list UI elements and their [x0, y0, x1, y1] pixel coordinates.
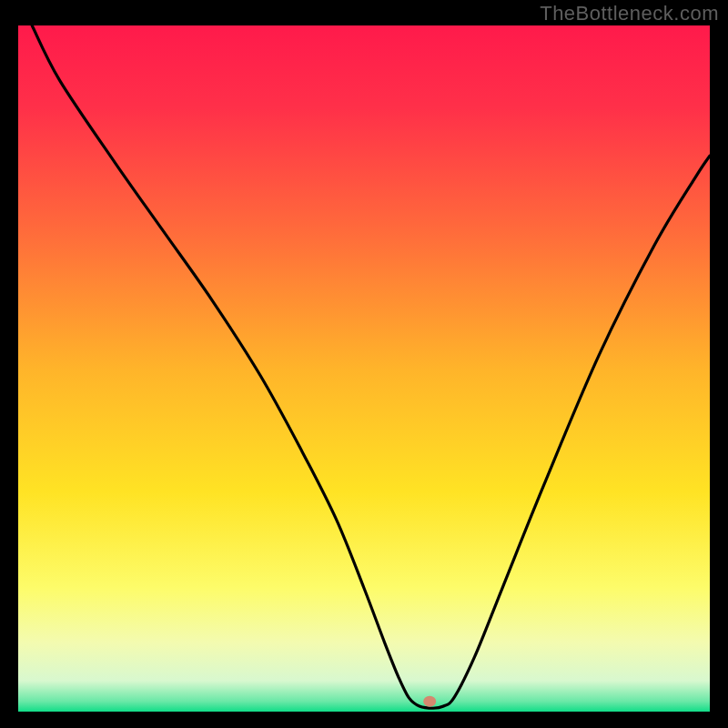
watermark-text: TheBottleneck.com [540, 2, 719, 25]
chart-svg [18, 25, 710, 712]
plot-area [18, 25, 710, 712]
optimal-marker [423, 696, 436, 707]
chart-frame: TheBottleneck.com [0, 0, 728, 728]
gradient-backdrop [18, 25, 710, 712]
